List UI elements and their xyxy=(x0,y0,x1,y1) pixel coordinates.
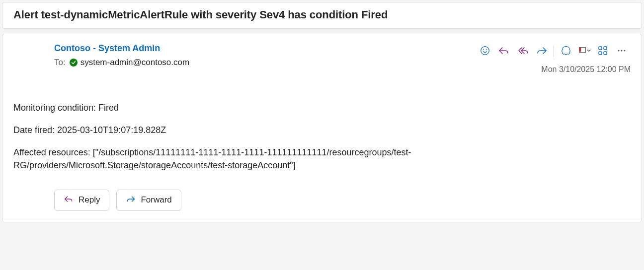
apps-grid-icon xyxy=(598,46,608,57)
reply-arrow-icon xyxy=(498,46,510,57)
forward-pill-button[interactable]: Forward xyxy=(116,190,181,211)
forward-button[interactable] xyxy=(533,43,551,59)
reply-arrow-icon xyxy=(64,194,74,206)
smile-icon xyxy=(480,45,490,58)
apps-button[interactable] xyxy=(594,43,612,59)
header-right: Mon 3/10/2025 12:00 PM xyxy=(476,43,631,74)
forward-label: Forward xyxy=(141,195,171,205)
reply-pill-button[interactable]: Reply xyxy=(54,190,109,211)
to-line: To: system-admin@contoso.com xyxy=(54,58,476,68)
reply-all-arrow-icon xyxy=(516,46,529,57)
reply-button[interactable] xyxy=(495,43,513,59)
header-left: Contoso - System Admin To: system-admin@… xyxy=(54,43,476,68)
forward-arrow-icon xyxy=(126,194,136,206)
to-label: To: xyxy=(54,58,66,68)
svg-rect-4 xyxy=(604,47,607,50)
flag-dropdown[interactable] xyxy=(576,45,593,58)
flag-icon xyxy=(579,47,585,56)
chevron-down-icon xyxy=(586,47,592,55)
svg-point-1 xyxy=(483,49,484,50)
copilot-icon xyxy=(561,45,571,58)
footer-actions: Reply Forward xyxy=(54,190,631,211)
subject-bar: Alert test-dynamicMetricAlertRule with s… xyxy=(2,2,642,29)
svg-point-7 xyxy=(618,50,619,51)
body-line: Monitoring condition: Fired xyxy=(13,102,560,114)
presence-available-icon xyxy=(70,59,78,67)
reply-all-button[interactable] xyxy=(514,43,532,59)
react-button[interactable] xyxy=(476,43,494,59)
svg-point-2 xyxy=(486,49,487,50)
svg-rect-6 xyxy=(604,52,607,55)
email-body: Monitoring condition: Fired Date fired: … xyxy=(13,102,560,172)
copilot-button[interactable] xyxy=(557,43,575,59)
forward-arrow-icon xyxy=(536,46,548,57)
toolbar xyxy=(476,43,631,59)
body-line: Date fired: 2025-03-10T19:07:19.828Z xyxy=(13,124,560,136)
more-horizontal-icon xyxy=(617,46,627,57)
svg-rect-5 xyxy=(599,52,602,55)
to-email[interactable]: system-admin@contoso.com xyxy=(80,58,189,68)
svg-point-9 xyxy=(624,50,625,51)
svg-rect-3 xyxy=(599,47,602,50)
email-header: Contoso - System Admin To: system-admin@… xyxy=(54,43,631,74)
body-line: Affected resources: ["/subscriptions/111… xyxy=(13,146,560,171)
email-card: Contoso - System Admin To: system-admin@… xyxy=(2,34,642,222)
svg-point-0 xyxy=(481,46,489,55)
svg-point-8 xyxy=(621,50,622,51)
from-name[interactable]: Contoso - System Admin xyxy=(54,43,160,54)
email-subject: Alert test-dynamicMetricAlertRule with s… xyxy=(13,8,631,21)
divider xyxy=(554,46,554,57)
timestamp: Mon 3/10/2025 12:00 PM xyxy=(541,65,631,74)
reply-label: Reply xyxy=(79,195,100,205)
more-actions-button[interactable] xyxy=(613,43,631,59)
